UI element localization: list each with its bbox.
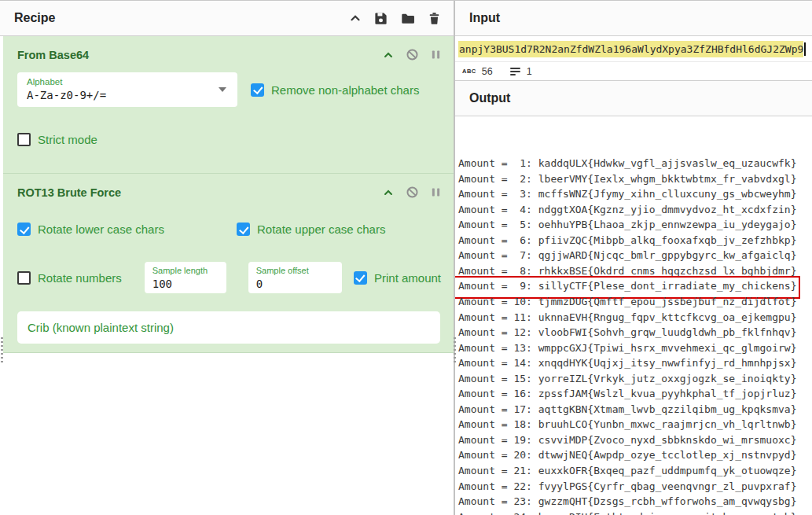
output-line: Amount = 8: rhkkxBSE{Okdrd_cnms_hqqzchzs…	[458, 263, 809, 279]
operation-rot13-brute-force[interactable]: ROT13 Brute Force Rotate lower case char…	[3, 174, 454, 353]
input-value-highlighted[interactable]: anpjY3BUS1d7R2N2anZfdWZla196aWlydXpya3Zf…	[458, 41, 803, 57]
sample-length-value: 100	[152, 278, 219, 291]
recipe-list: From Base64 Alphabet A-Za-z0-9+/=	[0, 36, 454, 515]
operation-disable-icon[interactable]	[406, 48, 419, 61]
checkbox-box[interactable]	[237, 223, 250, 236]
crib-input[interactable]: Crib (known plaintext string)	[17, 311, 440, 344]
rotate-upper-checkbox[interactable]: Rotate upper case chars	[237, 223, 385, 236]
operation-header: From Base64	[3, 36, 454, 61]
output-lines: Amount = 1: kaddqULX{Hdwkw_vgfl_ajjsvasl…	[458, 156, 809, 515]
rotate-numbers-checkbox[interactable]: Rotate numbers	[17, 271, 122, 285]
checkbox-box[interactable]	[17, 223, 31, 236]
print-amount-checkbox[interactable]: Print amount	[354, 271, 441, 285]
char-count: 56	[482, 66, 493, 77]
checkbox-label: Rotate upper case chars	[257, 223, 385, 236]
input-status-bar: ABC 56 1	[455, 62, 812, 81]
io-panel: Input anpjY3BUS1d7R2N2anZfdWZla196aWlydX…	[455, 1, 812, 515]
operation-breakpoint-pause-icon[interactable]	[431, 49, 441, 61]
line-count: 1	[527, 66, 532, 77]
output-line: Amount = 18: bruuhLCO{Yunbn_mxwc_raajmrj…	[458, 417, 809, 432]
text-cursor	[804, 42, 806, 56]
operation-title: ROT13 Brute Force	[17, 186, 121, 199]
checkbox-box[interactable]	[354, 271, 367, 285]
operation-disable-icon[interactable]	[406, 186, 419, 199]
checkbox-label: Rotate lower case chars	[38, 223, 164, 236]
output-line-annotated: Amount = 9: sillyCTF{Plese_dont_irradiat…	[458, 278, 809, 294]
operation-collapse-icon[interactable]	[383, 187, 394, 198]
checkbox-label: Rotate numbers	[38, 271, 122, 285]
output-title: Output	[469, 91, 510, 105]
sample-offset-input[interactable]: Sample offset 0	[248, 262, 342, 293]
checkbox-box[interactable]	[251, 83, 264, 97]
output-line: Amount = 4: ndggtXOA{Kgznz_yjio_dmmvydvo…	[458, 202, 809, 218]
output-line: Amount = 20: dtwwjNEQ{Awpdp_ozye_tcclotl…	[458, 447, 809, 463]
panel-resize-handle-divider[interactable]	[454, 337, 456, 362]
input-text-area[interactable]: anpjY3BUS1d7R2N2anZfdWZla196aWlydXpya3Zf…	[455, 36, 812, 62]
output-line: Amount = 22: fvyylPGS{Cyrfr_qbag_veenqvn…	[458, 479, 809, 495]
panel-resize-handle-left[interactable]	[1, 337, 3, 362]
operation-breakpoint-pause-icon[interactable]	[431, 186, 441, 198]
sample-length-input[interactable]: Sample length 100	[145, 262, 226, 293]
output-line: Amount = 15: yorreIZL{Vrkyk_jutz_oxxgjog…	[458, 371, 809, 387]
load-recipe-folder-icon[interactable]	[400, 11, 416, 26]
alphabet-value: A-Za-z0-9+/=	[27, 89, 228, 102]
recipe-title: Recipe	[14, 11, 55, 25]
save-recipe-icon[interactable]	[373, 11, 388, 26]
recipe-header: Recipe	[0, 1, 454, 36]
alphabet-label: Alphabet	[27, 77, 228, 87]
operation-title: From Base64	[17, 49, 89, 61]
output-line: Amount = 23: gwzzmQHT{Dzsgs_rcbh_wfforwo…	[458, 494, 809, 509]
output-line: Amount = 16: zpssfJAM{Wslzl_kvua_pyyhkph…	[458, 386, 809, 402]
recipe-collapse-icon[interactable]	[349, 12, 362, 24]
char-count-icon: ABC	[462, 68, 476, 75]
output-line: Amount = 14: xnqqdHYK{Uqjxj_itsy_nwwfinf…	[458, 355, 809, 371]
strict-mode-checkbox[interactable]: Strict mode	[17, 133, 441, 146]
output-line: Amount = 21: euxxkOFR{Bxqeq_pazf_uddmpum…	[458, 463, 809, 479]
operation-from-base64[interactable]: From Base64 Alphabet A-Za-z0-9+/=	[3, 36, 454, 174]
output-line: Amount = 12: vloobFWI{Sohvh_grqw_luudgld…	[458, 325, 809, 340]
output-line: Amount = 5: oehhuYPB{Lhaoa_zkjp_ennwzewp…	[458, 217, 809, 233]
input-header: Input	[455, 1, 812, 36]
clear-recipe-trash-icon[interactable]	[428, 11, 441, 26]
output-line: Amount = 10: tjmmzDUG{Qmftf_epou_jssbejb…	[458, 294, 809, 310]
remove-non-alphabet-checkbox[interactable]: Remove non-alphabet chars	[251, 83, 419, 97]
output-line: Amount = 7: qgjjwARD{Njcqc_bmlr_gppybgyr…	[458, 248, 809, 263]
operation-collapse-icon[interactable]	[383, 50, 394, 61]
checkbox-label: Strict mode	[38, 133, 97, 146]
checkbox-label: Print amount	[374, 271, 441, 285]
output-line: Amount = 2: lbeerVMY{Iexlx_whgm_bkktwbtm…	[458, 171, 809, 187]
output-line: Amount = 3: mcffsWNZ{Jfymy_xihn_clluxcun…	[458, 186, 809, 202]
sample-length-label: Sample length	[152, 266, 219, 276]
rotate-lower-checkbox[interactable]: Rotate lower case chars	[17, 223, 237, 236]
sample-offset-value: 0	[256, 278, 334, 291]
output-line: Amount = 13: wmppcGXJ{Tpiwi_hsrx_mvvehme…	[458, 340, 809, 356]
crib-placeholder: Crib (known plaintext string)	[28, 321, 174, 334]
alphabet-select[interactable]: Alphabet A-Za-z0-9+/=	[17, 72, 237, 107]
cyberchef-app: Recipe From Base64	[0, 0, 812, 515]
output-header: Output	[455, 81, 812, 116]
line-count-icon	[510, 68, 520, 75]
chevron-down-icon[interactable]	[219, 87, 226, 92]
sample-offset-label: Sample offset	[256, 266, 334, 276]
checkbox-box[interactable]	[17, 271, 31, 285]
checkbox-label: Remove non-alphabet chars	[271, 83, 419, 97]
output-line: Amount = 19: csvviMDP{Zvoco_nyxd_sbbknsk…	[458, 432, 809, 448]
recipe-panel: Recipe From Base64	[0, 1, 455, 515]
output-text-area[interactable]: Amount = 1: kaddqULX{Hdwkw_vgfl_ajjsvasl…	[455, 116, 812, 515]
output-line: Amount = 24: hxaanRIU{Eatht_sdci_xggpsxp…	[458, 509, 809, 515]
output-line: Amount = 1: kaddqULX{Hdwkw_vgfl_ajjsvasl…	[458, 156, 809, 171]
output-line: Amount = 17: aqttgKBN{Xtmam_lwvb_qzzilqi…	[458, 402, 809, 418]
checkbox-box[interactable]	[17, 133, 31, 146]
output-line: Amount = 6: pfiivZQC{Mibpb_alkq_fooxafxq…	[458, 233, 809, 248]
operation-header: ROT13 Brute Force	[3, 174, 454, 199]
input-title: Input	[469, 11, 500, 25]
output-line: Amount = 11: uknnaEVH{Rngug_fqpv_kttcfkc…	[458, 310, 809, 326]
